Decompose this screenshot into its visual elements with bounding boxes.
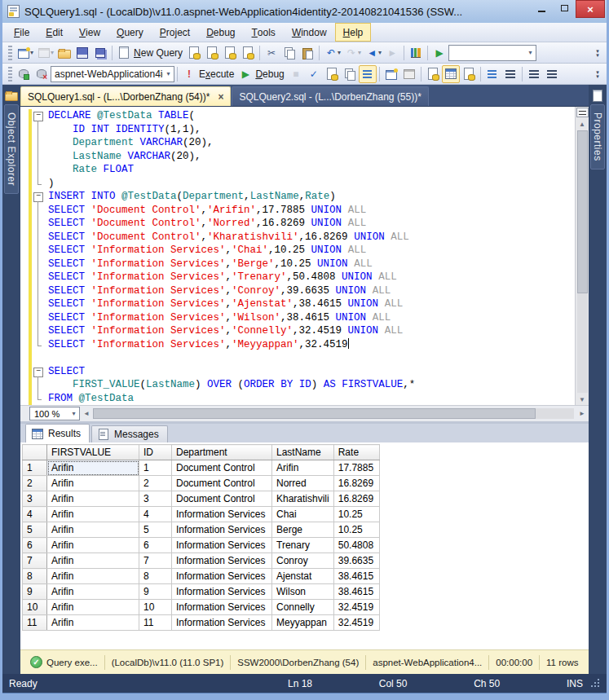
results-to-text-button[interactable] (424, 65, 442, 83)
specify-template-values-button[interactable] (382, 65, 400, 83)
new-query-button[interactable]: New Query (115, 44, 185, 62)
column-header[interactable]: LastName (272, 445, 334, 460)
row-header[interactable]: 3 (23, 491, 47, 507)
collapse-toggle-icon[interactable] (32, 109, 45, 123)
menu-help[interactable]: Help (335, 23, 372, 42)
grid-cell[interactable]: 32.4519 (333, 615, 379, 631)
toolbar-overflow-button[interactable]: ▾▾ (592, 49, 603, 57)
grid-cell[interactable]: Document Control (172, 476, 272, 491)
menu-tools[interactable]: Tools (244, 23, 284, 42)
row-header[interactable]: 1 (23, 460, 47, 476)
row-header[interactable]: 10 (23, 600, 47, 615)
grid-cell[interactable]: Kharatishvili (272, 491, 334, 507)
execute-button[interactable]: !Execute (180, 65, 236, 83)
resize-grip[interactable] (591, 679, 600, 688)
dmx-query-button[interactable] (221, 44, 239, 62)
document-tab[interactable]: SQLQuery1.sql - (L...\DorbenZhang (54))*… (20, 86, 231, 106)
results-tab-results[interactable]: Results (25, 424, 90, 442)
mdx-query-button[interactable] (203, 44, 221, 62)
xmla-query-button[interactable] (239, 44, 257, 62)
split-window-handle[interactable] (576, 108, 589, 117)
grid-cell[interactable]: Ajenstat (272, 569, 334, 584)
zoom-combo[interactable]: 100 % ▾ (29, 407, 80, 420)
menu-query[interactable]: Query (108, 23, 152, 42)
editor-vertical-scrollbar[interactable]: ▲ ▼ (575, 107, 589, 405)
grid-cell[interactable]: Arifin (47, 584, 139, 600)
database-combo[interactable]: aspnet-WebApplication4ide▾ (51, 66, 174, 82)
grid-cell[interactable]: 10 (139, 600, 172, 615)
grid-cell[interactable]: 10.25 (333, 522, 379, 538)
grid-cell[interactable]: 2 (139, 476, 172, 491)
start-button[interactable]: ▶ (430, 44, 448, 62)
grid-cell[interactable]: Arifin (47, 522, 139, 538)
column-header[interactable]: Rate (333, 445, 379, 460)
toolbar-combo[interactable]: ▾ (448, 45, 536, 61)
grid-cell[interactable]: Information Services (172, 615, 272, 631)
document-tab[interactable]: SQLQuery2.sql - (L...\DorbenZhang (55))* (232, 86, 428, 106)
menu-debug[interactable]: Debug (198, 23, 243, 42)
query-options-button[interactable] (341, 65, 359, 83)
grid-cell[interactable]: 38.4615 (333, 569, 379, 584)
vertical-scroll-track[interactable] (577, 130, 588, 393)
estimated-plan-button[interactable] (323, 65, 341, 83)
menu-project[interactable]: Project (152, 23, 198, 42)
grid-cell[interactable]: 16.8269 (333, 491, 379, 507)
column-header[interactable] (23, 445, 47, 460)
results-to-grid-button[interactable] (442, 65, 460, 83)
grid-cell[interactable]: 50.4808 (333, 538, 379, 553)
grid-cell[interactable]: Information Services (172, 569, 272, 584)
copy-button[interactable] (280, 44, 298, 62)
row-header[interactable]: 11 (23, 615, 47, 631)
grid-cell[interactable]: 32.4519 (333, 600, 379, 615)
row-header[interactable]: 7 (23, 553, 47, 569)
grid-cell[interactable]: Norred (272, 476, 334, 491)
grid-cell[interactable]: Berge (272, 522, 334, 538)
grid-cell[interactable]: 5 (139, 522, 172, 538)
grid-cell[interactable]: Chai (272, 507, 334, 522)
sql-editor[interactable]: DECLARE @TestData TABLE( ID INT IDENTITY… (20, 106, 589, 405)
grid-cell[interactable]: Arifin (47, 569, 139, 584)
object-explorer-tab[interactable]: Object Explorer (4, 104, 19, 194)
row-header[interactable]: 2 (23, 476, 47, 491)
grid-cell[interactable]: 38.4615 (333, 584, 379, 600)
grid-cell[interactable]: Meyyappan (272, 615, 334, 631)
column-header[interactable]: Department (172, 445, 272, 460)
row-header[interactable]: 4 (23, 507, 47, 522)
open-file-button[interactable] (55, 44, 73, 62)
activity-monitor-button[interactable] (407, 44, 425, 62)
grid-cell[interactable]: Arifin (47, 553, 139, 569)
results-tab-messages[interactable]: Messages (91, 425, 168, 442)
grid-cell[interactable]: Information Services (172, 538, 272, 553)
close-button[interactable]: × (576, 0, 605, 18)
grid-cell[interactable]: 1 (139, 460, 172, 476)
decrease-indent-button[interactable] (525, 65, 543, 83)
database-engine-query-button[interactable] (185, 44, 203, 62)
increase-indent-button[interactable] (543, 65, 561, 83)
grid-cell[interactable]: Information Services (172, 584, 272, 600)
design-query-in-editor-button[interactable] (400, 65, 418, 83)
grid-cell[interactable]: 17.7885 (333, 460, 379, 476)
chevron-down-icon[interactable]: ▾ (525, 49, 536, 56)
grid-cell[interactable]: Arifin (47, 600, 139, 615)
column-header[interactable]: ID (139, 445, 172, 460)
grid-cell[interactable]: Information Services (172, 600, 272, 615)
parse-button[interactable]: ✓ (305, 65, 323, 83)
connect-button[interactable] (15, 65, 33, 83)
intellisense-enabled-button[interactable] (359, 65, 377, 83)
row-header[interactable]: 5 (23, 522, 47, 538)
vertical-scroll-thumb[interactable] (577, 130, 588, 293)
grid-cell[interactable]: Arifin (47, 491, 139, 507)
menu-window[interactable]: Window (284, 23, 335, 42)
menu-file[interactable]: File (6, 23, 38, 42)
grid-cell[interactable]: 39.6635 (333, 553, 379, 569)
grid-cell[interactable]: Connelly (272, 600, 334, 615)
toolbar-grip[interactable] (8, 46, 12, 60)
menu-view[interactable]: View (71, 23, 108, 42)
grid-cell[interactable]: Arifin (272, 460, 334, 476)
grid-cell[interactable]: Document Control (172, 460, 272, 476)
collapse-toggle-icon[interactable] (32, 190, 45, 204)
grid-cell[interactable]: Arifin (47, 615, 139, 631)
properties-tab[interactable]: Properties (590, 104, 605, 169)
grid-cell[interactable]: 10.25 (333, 507, 379, 522)
grid-cell[interactable]: 4 (139, 507, 172, 522)
